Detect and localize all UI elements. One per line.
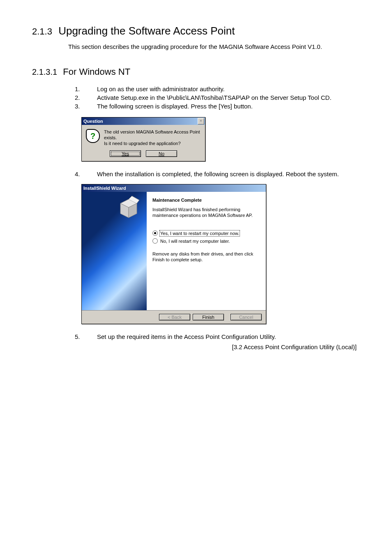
dialog-title: InstallShield Wizard: [83, 186, 126, 191]
dialog-titlebar: InstallShield Wizard: [82, 184, 266, 192]
section-number: 2.1.3: [32, 26, 52, 37]
dialog-title: Question: [83, 119, 103, 124]
subsection-title: For Windows NT: [63, 67, 130, 77]
question-icon: [86, 129, 100, 143]
step-list: 5. Set up the required items in the Acce…: [75, 333, 360, 340]
list-item: 5. Set up the required items in the Acce…: [75, 333, 360, 340]
wizard-note: Remove any disks from their drives, and …: [152, 251, 260, 263]
radio-label: Yes, I want to restart my computer now.: [160, 231, 239, 236]
document-page: 2.1.3 Upgrading the Software Access Poin…: [0, 0, 392, 375]
list-item: 2. Activate Setup.exe in the \Public\LAN…: [75, 94, 360, 101]
section-title: Upgrading the Software Access Point: [58, 25, 235, 37]
step-text: Log on as the user with administrator au…: [97, 85, 360, 92]
subsection-number: 2.1.3.1: [32, 67, 57, 76]
radio-option-restart-now[interactable]: Yes, I want to restart my computer now.: [152, 230, 260, 236]
close-icon[interactable]: ×: [198, 118, 204, 124]
dialog-message-line: The old version MAGNIA Software Access P…: [104, 129, 201, 140]
list-item: 1. Log on as the user with administrator…: [75, 85, 360, 92]
section-heading: 2.1.3 Upgrading the Software Access Poin…: [32, 25, 360, 37]
dialog-message-line: Is it need to upgraded the application?: [104, 140, 201, 146]
wizard-heading: Maintenance Complete: [152, 198, 260, 203]
radio-icon: [152, 238, 158, 244]
list-item: 3. The following screen is displayed. Pr…: [75, 103, 360, 110]
step-number: 3.: [75, 103, 97, 110]
step-text: Set up the required items in the Access …: [97, 333, 360, 340]
dialog-message: The old version MAGNIA Software Access P…: [104, 129, 201, 146]
subsection-heading: 2.1.3.1 For Windows NT: [32, 67, 360, 77]
step-list: 4. When the installation is completed, t…: [75, 170, 360, 177]
radio-icon: [152, 230, 158, 236]
step-number: 1.: [75, 85, 97, 92]
radio-option-restart-later[interactable]: No, I will restart my computer later.: [152, 238, 260, 244]
wizard-paragraph: InstallShield Wizard has finished perfor…: [152, 207, 260, 218]
back-button: < Back: [159, 314, 190, 320]
finish-button[interactable]: Finish: [193, 314, 224, 320]
step-text: Activate Setup.exe in the \Public\LAN\To…: [97, 94, 360, 101]
installshield-dialog: InstallShield Wizard Maintenance Complet…: [81, 184, 266, 324]
list-item: 4. When the installation is completed, t…: [75, 170, 360, 177]
section-intro: This section describes the upgrading pro…: [68, 43, 360, 50]
cancel-button: Cancel: [231, 314, 262, 320]
dialog-titlebar: Question ×: [82, 117, 205, 125]
question-dialog: Question × The old version MAGNIA Softwa…: [81, 117, 205, 161]
wizard-side-graphic: [82, 192, 147, 310]
cross-reference: [3.2 Access Point Configuration Utility …: [32, 343, 360, 350]
wizard-content: Maintenance Complete InstallShield Wizar…: [147, 192, 266, 310]
step-number: 5.: [75, 333, 97, 340]
step-text: The following screen is displayed. Press…: [97, 103, 360, 110]
step-number: 4.: [75, 170, 97, 177]
yes-button[interactable]: Yes: [110, 150, 141, 157]
box-icon: [116, 195, 141, 220]
step-text: When the installation is completed, the …: [97, 170, 360, 177]
step-number: 2.: [75, 94, 97, 101]
no-button[interactable]: No: [146, 150, 177, 157]
step-list: 1. Log on as the user with administrator…: [75, 85, 360, 110]
radio-label: No, I will restart my computer later.: [160, 239, 230, 244]
